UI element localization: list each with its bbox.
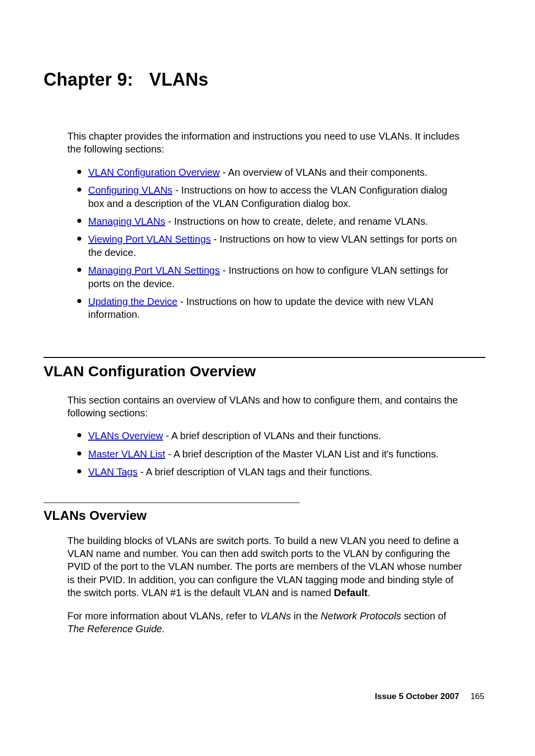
chapter-title: Chapter 9: VLANs [44, 69, 485, 90]
chapter-toc-list: VLAN Configuration Overview - An overvie… [67, 166, 466, 321]
section-divider [44, 357, 485, 358]
section-list: VLANs Overview - A brief description of … [67, 429, 466, 478]
list-item-desc: - Instructions on how to create, delete,… [165, 216, 428, 227]
list-item: Managing VLANs - Instructions on how to … [79, 215, 466, 228]
link-viewing-port-vlan-settings[interactable]: Viewing Port VLAN Settings [88, 234, 211, 245]
list-item: Viewing Port VLAN Settings - Instruction… [79, 233, 466, 259]
subsection-para-1: The building blocks of VLANs are switch … [67, 534, 466, 600]
subsection-divider [44, 503, 300, 503]
chapter-intro-block: This chapter provides the information an… [67, 130, 466, 321]
list-item-desc: - A brief description of VLANs and their… [163, 430, 381, 441]
footer-issue: Issue 5 October 2007 [375, 692, 459, 701]
section-title: VLAN Configuration Overview [44, 363, 485, 380]
list-item: Managing Port VLAN Settings - Instructio… [79, 264, 466, 290]
subsection-para-2: For more information about VLANs, refer … [67, 609, 466, 636]
page-footer: Issue 5 October 2007 165 [375, 692, 484, 702]
link-vlan-tags[interactable]: VLAN Tags [88, 466, 138, 477]
page: Chapter 9: VLANs This chapter provides t… [0, 0, 535, 756]
para-text: in the [291, 610, 321, 621]
link-managing-port-vlan-settings[interactable]: Managing Port VLAN Settings [88, 265, 220, 276]
list-item: VLAN Tags - A brief description of VLAN … [79, 465, 466, 478]
para-italic-vlans: VLANs [260, 610, 291, 621]
para-italic-network-protocols: Network Protocols [321, 610, 401, 621]
subsection-title: VLANs Overview [44, 508, 485, 523]
para-text: The building blocks of VLANs are switch … [67, 535, 462, 599]
list-item-desc: - A brief description of the Master VLAN… [165, 449, 439, 459]
link-configuring-vlans[interactable]: Configuring VLANs [88, 185, 172, 196]
list-item: Updating the Device - Instructions on ho… [79, 295, 466, 321]
section-intro: This section contains an overview of VLA… [67, 394, 466, 420]
footer-page-number: 165 [471, 692, 484, 701]
list-item: VLANs Overview - A brief description of … [79, 429, 466, 442]
link-vlans-overview[interactable]: VLANs Overview [88, 430, 163, 441]
chapter-label: Chapter 9: [44, 69, 133, 90]
para-text: For more information about VLANs, refer … [67, 610, 260, 621]
para-text: section of [401, 610, 446, 621]
section-body: This section contains an overview of VLA… [67, 394, 466, 479]
link-updating-the-device[interactable]: Updating the Device [88, 296, 177, 307]
list-item: VLAN Configuration Overview - An overvie… [79, 166, 466, 179]
chapter-name: VLANs [149, 69, 209, 90]
list-item-desc: - A brief description of VLAN tags and t… [138, 466, 373, 477]
link-managing-vlans[interactable]: Managing VLANs [88, 216, 165, 227]
para-text: . [368, 587, 371, 598]
link-master-vlan-list[interactable]: Master VLAN List [88, 449, 165, 459]
para-italic-reference-guide: The Reference Guide. [67, 623, 165, 634]
link-vlan-configuration-overview[interactable]: VLAN Configuration Overview [88, 167, 220, 178]
list-item-desc: - An overview of VLANs and their compone… [220, 167, 428, 178]
chapter-intro: This chapter provides the information an… [67, 130, 466, 156]
list-item: Configuring VLANs - Instructions on how … [79, 184, 466, 210]
subsection-body: The building blocks of VLANs are switch … [67, 534, 466, 636]
para-bold-default: Default [334, 587, 368, 598]
list-item: Master VLAN List - A brief description o… [79, 448, 466, 460]
